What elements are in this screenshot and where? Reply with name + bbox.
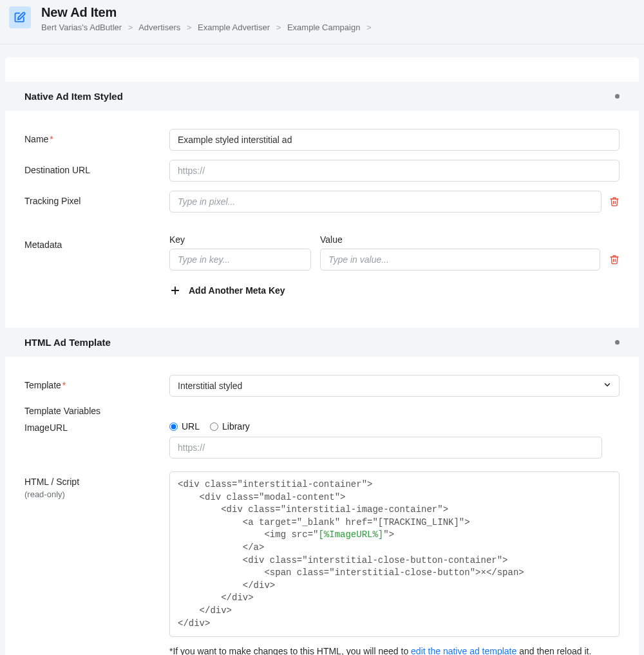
code-post: "> </a> <div class="interstitial-close-b…	[178, 529, 524, 628]
chevron-right-icon: >	[276, 23, 281, 32]
chevron-right-icon: >	[128, 23, 133, 32]
code-highlight: [%ImageURL%]	[318, 529, 383, 540]
breadcrumb-item[interactable]: Advertisers	[138, 23, 180, 32]
tracking-pixel-input[interactable]	[169, 191, 601, 213]
trash-icon[interactable]	[609, 254, 620, 265]
metadata-value-input[interactable]	[320, 249, 600, 271]
section-body-template: Template* Template Variables ImageURL UR…	[5, 357, 639, 655]
imageurl-input[interactable]	[169, 437, 602, 459]
status-dot-icon	[615, 340, 620, 345]
edit-icon	[9, 6, 31, 28]
page-header: New Ad Item Bert Varias's AdButler > Adv…	[0, 0, 644, 44]
breadcrumb-item[interactable]: Bert Varias's AdButler	[41, 23, 122, 32]
trash-icon[interactable]	[609, 196, 620, 207]
breadcrumb-item[interactable]: Example Advertiser	[198, 23, 270, 32]
section-title: HTML Ad Template	[24, 337, 111, 348]
metadata-value-header: Value	[320, 234, 600, 245]
page-title: New Ad Item	[41, 5, 375, 20]
card-top-spacer	[5, 57, 639, 82]
destination-url-label: Destination URL	[24, 160, 169, 175]
name-label: Name	[24, 134, 48, 144]
imageurl-radio-library[interactable]	[210, 422, 218, 431]
html-script-label: HTML / Script	[24, 477, 169, 487]
add-meta-label: Add Another Meta Key	[189, 285, 285, 296]
template-variables-label: Template Variables	[24, 406, 620, 416]
template-note: *If you want to make changes to this HTM…	[169, 646, 620, 655]
name-input[interactable]	[169, 129, 620, 151]
chevron-right-icon: >	[366, 23, 372, 32]
html-script-sublabel: (read-only)	[24, 489, 169, 499]
template-select[interactable]	[169, 375, 620, 397]
destination-url-input[interactable]	[169, 160, 620, 182]
required-indicator: *	[62, 380, 66, 390]
status-dot-icon	[615, 94, 620, 99]
add-meta-button[interactable]: Add Another Meta Key	[169, 285, 285, 296]
imageurl-label: ImageURL	[24, 421, 169, 433]
html-code-readonly: <div class="interstitial-container"> <di…	[169, 471, 620, 637]
tracking-pixel-label: Tracking Pixel	[24, 191, 169, 206]
template-label: Template	[24, 380, 61, 390]
imageurl-radio-url-label: URL	[182, 421, 200, 432]
section-header-template[interactable]: HTML Ad Template	[5, 328, 639, 357]
metadata-key-input[interactable]	[169, 249, 311, 271]
imageurl-radio-library-label: Library	[222, 421, 250, 432]
breadcrumb: Bert Varias's AdButler > Advertisers > E…	[41, 23, 375, 32]
metadata-key-header: Key	[169, 234, 311, 245]
breadcrumb-item[interactable]: Example Campaign	[287, 23, 360, 32]
imageurl-radio-url[interactable]	[169, 422, 178, 431]
required-indicator: *	[50, 134, 53, 144]
metadata-label: Metadata	[24, 234, 169, 250]
section-header-native[interactable]: Native Ad Item Styled	[5, 82, 639, 111]
section-title: Native Ad Item Styled	[24, 91, 123, 102]
edit-template-link[interactable]: edit the native ad template	[411, 646, 516, 655]
chevron-right-icon: >	[187, 23, 192, 32]
section-body-native: Name* Destination URL Tracking Pixel	[5, 111, 639, 328]
